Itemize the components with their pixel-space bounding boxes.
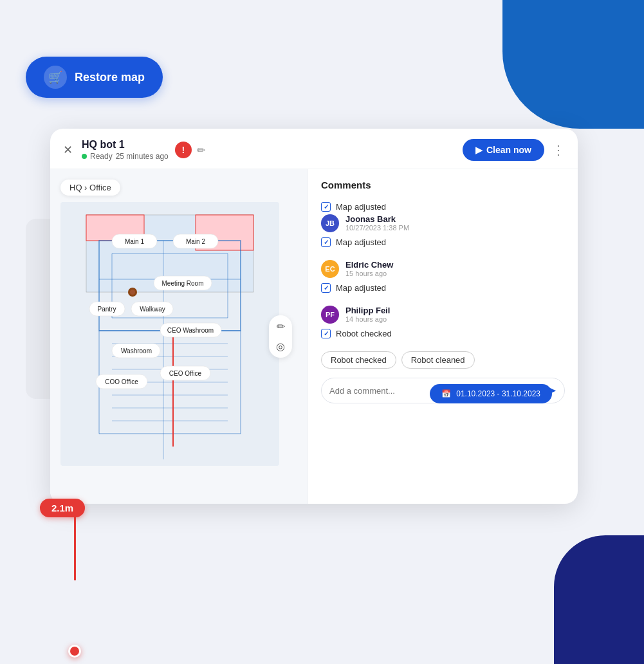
checkbox-pf[interactable] <box>321 329 331 338</box>
avatar-ec: EC <box>321 260 339 278</box>
svg-text:Walkway: Walkway <box>140 306 165 313</box>
comment-meta-ec: Eldric Chew 15 hours ago <box>345 260 565 277</box>
header-left: ✕ HQ bot 1 Ready 25 minutes ago ! ✏ <box>60 139 205 161</box>
edit-icon[interactable]: ✏ <box>197 144 205 156</box>
svg-text:CEO Washroom: CEO Washroom <box>167 327 214 334</box>
alert-badge: ! <box>175 142 192 158</box>
svg-point-24 <box>130 290 135 295</box>
tag-robot-cleaned[interactable]: Robot cleaned <box>401 351 475 369</box>
comments-title: Comments <box>321 180 565 190</box>
svg-text:CEO Office: CEO Office <box>169 370 202 377</box>
status-time: 25 minutes ago <box>116 152 169 161</box>
comment-text-ec: Map adjusted <box>336 283 386 293</box>
tag-robot-checked[interactable]: Robot checked <box>321 351 396 369</box>
comment-time-jb: 10/27/2023 1:38 PM <box>345 224 565 232</box>
floor-plan-svg: Main 1 Main 2 Meeting Room Pantry Walkwa… <box>60 199 279 469</box>
header-icons: ! ✏ <box>175 142 205 158</box>
avatar-jb: JB <box>321 214 339 232</box>
bot-info: HQ bot 1 Ready 25 minutes ago <box>82 139 169 161</box>
timeline-dot-bottom <box>68 645 81 658</box>
svg-text:Main 1: Main 1 <box>125 238 144 245</box>
date-range-button[interactable]: 📅 01.10.2023 - 31.10.2023 <box>430 384 552 403</box>
comment-text-0: Map adjusted <box>336 202 386 212</box>
card-header: ✕ HQ bot 1 Ready 25 minutes ago ! ✏ ▶ Cl… <box>50 129 578 169</box>
header-right: ▶ Clean now ⋮ <box>463 139 565 161</box>
calendar-icon: 📅 <box>441 389 451 398</box>
bot-name: HQ bot 1 <box>82 139 169 151</box>
clean-now-button[interactable]: ▶ Clean now <box>463 139 544 161</box>
comment-entry-pf: PF Philipp Feil 14 hours ago <box>321 306 565 324</box>
breadcrumb: HQ › Office <box>60 180 120 196</box>
pencil-icon[interactable]: ✏ <box>277 320 285 333</box>
bg-blob-bottom-right <box>554 535 644 664</box>
comment-item-pf: PF Philipp Feil 14 hours ago Robot check… <box>321 306 565 341</box>
checkbox-ec[interactable] <box>321 283 331 293</box>
status-text: Ready <box>90 152 113 161</box>
alert-icon: ! <box>181 145 185 155</box>
map-section: HQ › Office <box>50 169 308 504</box>
comment-text-jb: Map adjusted <box>336 237 386 247</box>
comment-checkbox-row-0: Map adjusted <box>321 199 565 214</box>
close-icon[interactable]: ✕ <box>60 140 75 160</box>
distance-badge: 2.1m <box>40 499 85 517</box>
commenter-name-pf: Philipp Feil <box>345 306 565 315</box>
commenter-name-jb: Joonas Bark <box>345 214 565 224</box>
comment-checkbox-row-jb: Map adjusted <box>321 235 565 250</box>
comment-checkbox-row-ec: Map adjusted <box>321 281 565 295</box>
clean-now-label: Clean now <box>486 145 531 155</box>
svg-text:COO Office: COO Office <box>105 378 138 385</box>
distance-label: 2.1m <box>51 503 73 513</box>
date-range-label: 01.10.2023 - 31.10.2023 <box>456 389 540 398</box>
comment-time-pf: 14 hours ago <box>345 315 565 323</box>
comment-entry-jb: JB Joonas Bark 10/27/2023 1:38 PM <box>321 214 565 232</box>
checkbox-jb[interactable] <box>321 237 331 247</box>
restore-icon: 🛒 <box>44 66 67 89</box>
play-icon: ▶ <box>475 145 483 155</box>
svg-text:Meeting Room: Meeting Room <box>161 280 203 287</box>
svg-text:Main 2: Main 2 <box>186 238 205 245</box>
commenter-name-ec: Eldric Chew <box>345 260 565 270</box>
target-icon[interactable]: ◎ <box>276 340 285 353</box>
map-controls: ✏ ◎ <box>269 315 292 358</box>
restore-map-label: Restore map <box>75 71 145 84</box>
quick-tags: Robot checked Robot cleaned <box>321 351 565 369</box>
comment-entry-ec: EC Eldric Chew 15 hours ago <box>321 260 565 278</box>
avatar-pf: PF <box>321 306 339 324</box>
comment-time-ec: 15 hours ago <box>345 270 565 277</box>
card-body: HQ › Office <box>50 169 578 504</box>
comment-meta-pf: Philipp Feil 14 hours ago <box>345 306 565 323</box>
checkbox-0[interactable] <box>321 202 331 212</box>
timeline-line <box>74 516 76 580</box>
more-options-icon[interactable]: ⋮ <box>552 142 565 158</box>
main-card: ✕ HQ bot 1 Ready 25 minutes ago ! ✏ ▶ Cl… <box>50 129 578 504</box>
comments-section: Comments Map adjusted JB Joonas Bark 10/… <box>308 169 578 504</box>
svg-text:Pantry: Pantry <box>98 306 116 313</box>
comment-item-jb: JB Joonas Bark 10/27/2023 1:38 PM Map ad… <box>321 214 565 250</box>
status-dot <box>82 154 87 159</box>
bot-status: Ready 25 minutes ago <box>82 152 169 161</box>
comment-meta-jb: Joonas Bark 10/27/2023 1:38 PM <box>345 214 565 232</box>
comment-checkbox-row-pf: Robot checked <box>321 326 565 341</box>
svg-text:Washroom: Washroom <box>121 347 152 355</box>
comment-item-ec: EC Eldric Chew 15 hours ago Map adjusted <box>321 260 565 295</box>
comment-text-pf: Robot checked <box>336 329 392 338</box>
restore-map-button[interactable]: 🛒 Restore map <box>26 57 163 98</box>
bg-blob-top-right <box>502 0 644 129</box>
